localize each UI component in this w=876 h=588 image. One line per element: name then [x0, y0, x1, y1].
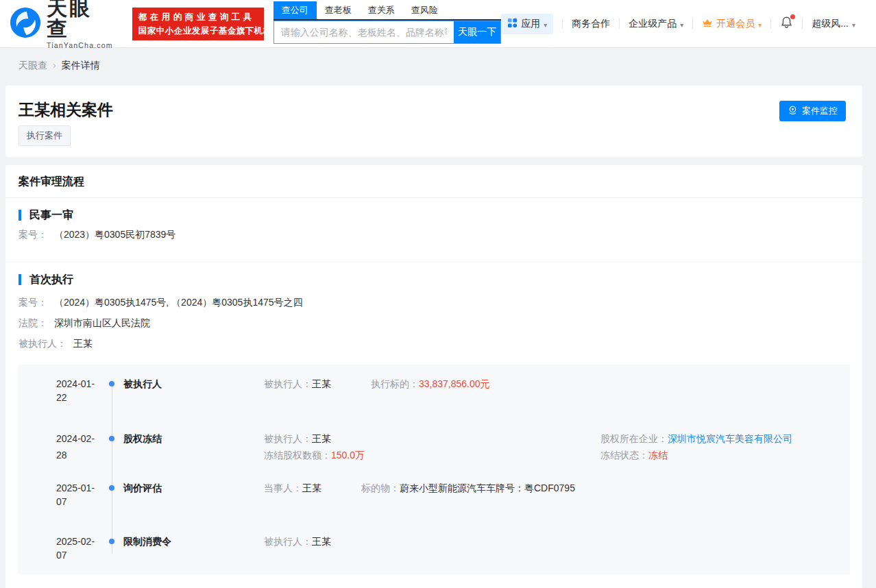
- case-number-row: 案号： （2023）粤0305民初7839号: [19, 228, 849, 241]
- search-tabs: 查公司 查老板 查关系 查风险: [273, 4, 501, 21]
- company-link[interactable]: 深圳市悦宸汽车美容有限公司: [668, 433, 792, 444]
- timeline-row: 2025-02-07 限制消费令 被执行人：王某: [18, 535, 850, 562]
- timeline-date: 2025-02-07: [56, 535, 104, 562]
- nav-enterprise-products-label: 企业级产品: [629, 18, 677, 30]
- field-value: （2024）粤0305执1475号, （2024）粤0305执1475号之四: [54, 297, 303, 308]
- page-title: 王某相关案件: [19, 100, 846, 119]
- webcam-monitor-icon: [788, 105, 798, 117]
- timeline-dot: [109, 436, 114, 441]
- stage-civil-first-trial: 民事一审 案号： （2023）粤0305民初7839号: [5, 198, 862, 262]
- breadcrumb-home-link[interactable]: 天眼查: [19, 60, 47, 71]
- breadcrumb-separator: [47, 60, 62, 71]
- breadcrumb: 天眼查案件详情: [0, 48, 876, 73]
- timeline-row: 2025-01-07 询价评估 当事人：王某 标的物：蔚来小型新能源汽车车牌号：…: [18, 481, 850, 509]
- banner-line1: 都在用的商业查询工具: [138, 10, 258, 24]
- notification-badge-dot: [790, 14, 795, 19]
- case-monitor-label: 案件监控: [802, 105, 838, 117]
- pair-label: 标的物：: [361, 482, 400, 493]
- case-number-row: 案号： （2024）粤0305执1475号, （2024）粤0305执1475号…: [19, 292, 849, 313]
- timeline-pair: 执行标的：33,837,856.00元: [371, 377, 490, 391]
- timeline-dot: [109, 485, 114, 491]
- crown-icon: [702, 17, 713, 30]
- nav-business-coop-label: 商务合作: [572, 18, 610, 30]
- pair-value: 王某: [302, 482, 321, 493]
- timeline-date: 2024-01-22: [56, 377, 104, 404]
- timeline-node: [104, 481, 123, 509]
- nav-divider: [802, 19, 803, 29]
- tab-risk[interactable]: 查风险: [403, 1, 446, 19]
- pair-label: 当事人：: [264, 482, 302, 493]
- top-header: 天眼查 TianYanCha.com 都在用的商业查询工具 国家中小企业发展子基…: [0, 0, 876, 48]
- apps-grid-icon: [507, 18, 518, 30]
- tab-boss[interactable]: 查老板: [317, 1, 360, 19]
- pair-label: 被执行人：: [264, 433, 312, 444]
- pair-value: 蔚来小型新能源汽车车牌号：粤CDF0795: [400, 482, 575, 493]
- breadcrumb-current: 案件详情: [62, 60, 100, 71]
- field-value: 王某: [73, 338, 93, 349]
- pair-value: 王某: [312, 433, 331, 444]
- timeline-node: [104, 535, 123, 562]
- timeline-pair: 标的物：蔚来小型新能源汽车车牌号：粤CDF0795: [361, 481, 575, 495]
- pair-value-status: 冻结: [648, 450, 668, 461]
- nav-vip-upgrade[interactable]: 开通会员: [702, 17, 762, 30]
- stage-first-execution: 首次执行 案号： （2024）粤0305执1475号, （2024）粤0305执…: [5, 262, 862, 354]
- nav-enterprise-products[interactable]: 企业级产品: [629, 18, 683, 30]
- chevron-down-icon: [544, 19, 547, 29]
- nav-business-coop[interactable]: 商务合作: [572, 18, 610, 30]
- pair-label: 执行标的：: [371, 378, 419, 389]
- stage-accent-bar: [19, 274, 21, 285]
- logo-text-en: TianYanCha.com: [47, 42, 113, 49]
- timeline-pair: 被执行人：王某: [264, 377, 331, 391]
- notifications-button[interactable]: [780, 16, 793, 32]
- timeline-date: 2024-02-28: [56, 430, 104, 463]
- pair-value-amount: 33,837,856.00元: [419, 378, 490, 389]
- pair-value: 王某: [312, 536, 331, 547]
- tianyancha-swirl-icon: [10, 7, 41, 41]
- search-area: 查公司 查老板 查关系 查风险 天眼一下: [273, 4, 501, 44]
- timeline-title: 股权冻结: [123, 430, 264, 463]
- search-button[interactable]: 天眼一下: [454, 21, 500, 43]
- banner-line2: 国家中小企业发展子基金旗下机构: [138, 24, 258, 38]
- stage-heading: 首次执行: [19, 273, 849, 286]
- nav-divider: [692, 19, 693, 29]
- tab-company[interactable]: 查公司: [273, 1, 317, 19]
- stage-heading: 民事一审: [19, 209, 849, 221]
- pair-label: 被执行人：: [264, 378, 312, 389]
- pair-label: 冻结股权数额：: [264, 450, 331, 461]
- timeline-pair: 当事人：王某: [264, 481, 321, 495]
- execution-timeline: 2024-01-22 被执行人 被执行人：王某 执行标的：33,837,856.…: [18, 365, 850, 574]
- executee-row: 被执行人： 王某: [19, 333, 849, 354]
- timeline-dot: [109, 381, 114, 387]
- pair-label: 冻结状态：: [600, 450, 648, 461]
- timeline-node: [104, 377, 123, 404]
- header-nav: 应用 商务合作 企业级产品 开通会员: [501, 14, 855, 34]
- field-value: 深圳市南山区人民法院: [54, 317, 150, 328]
- pair-label: 被执行人：: [264, 536, 312, 547]
- timeline-pair: 冻结状态：冻结: [600, 447, 668, 463]
- tianyancha-logo[interactable]: 天眼查 TianYanCha.com: [10, 0, 113, 49]
- timeline-connector-line: [112, 384, 112, 554]
- nav-apps[interactable]: 应用: [501, 14, 553, 34]
- case-monitor-button[interactable]: 案件监控: [779, 101, 846, 121]
- case-process-card: 案件审理流程 民事一审 案号： （2023）粤0305民初7839号 首次执行 …: [5, 165, 862, 588]
- chevron-down-icon: [758, 19, 762, 29]
- timeline-pair: 被执行人：王某: [264, 535, 331, 548]
- section-title: 案件审理流程: [5, 165, 862, 198]
- timeline-pair: 股权所在企业：深圳市悦宸汽车美容有限公司: [600, 430, 792, 447]
- stage-name: 首次执行: [29, 273, 73, 287]
- promo-banner: 都在用的商业查询工具 国家中小企业发展子基金旗下机构: [132, 8, 264, 40]
- court-row: 法院： 深圳市南山区人民法院: [19, 313, 849, 333]
- timeline-node: [104, 430, 123, 463]
- field-value: （2023）粤0305民初7839号: [54, 229, 175, 240]
- tab-relation[interactable]: 查关系: [360, 1, 403, 19]
- field-label: 法院：: [19, 317, 47, 328]
- timeline-row: 2024-02-28 股权冻结 被执行人：王某 股权所在企业：深圳市悦宸汽车美容…: [18, 430, 850, 463]
- pair-label: 股权所在企业：: [600, 433, 668, 444]
- nav-divider: [562, 19, 563, 29]
- search-input[interactable]: [274, 21, 454, 43]
- stage-name: 民事一审: [29, 208, 73, 223]
- nav-super-risk-label: 超级风...: [812, 18, 849, 30]
- pair-value: 王某: [312, 378, 331, 389]
- chevron-down-icon: [680, 19, 683, 29]
- nav-super-risk[interactable]: 超级风...: [812, 18, 855, 30]
